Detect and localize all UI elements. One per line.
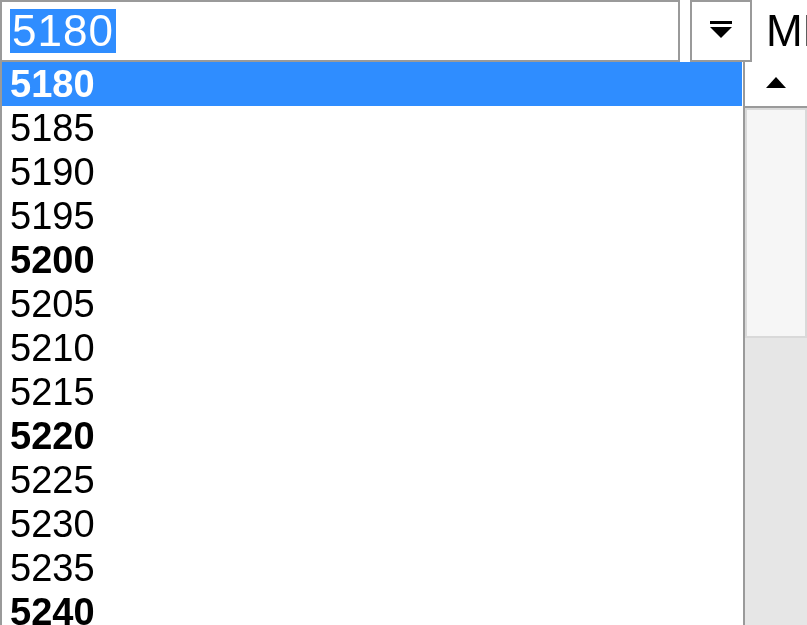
vertical-scrollbar[interactable] [743, 62, 807, 625]
dropdown-icon [706, 19, 736, 43]
list-item[interactable]: 5240 [2, 590, 742, 625]
dropdown-body: 5180518551905195520052055210521552205225… [0, 62, 807, 625]
frequency-combobox-root: 5180 MH 51805185519051955200520552105215… [0, 0, 807, 625]
chevron-up-icon [763, 74, 789, 94]
list-item[interactable]: 5185 [2, 106, 742, 150]
gap [680, 0, 690, 62]
frequency-input-value: 5180 [10, 9, 116, 53]
list-item[interactable]: 5190 [2, 150, 742, 194]
combobox-top-row: 5180 MH [0, 0, 807, 62]
unit-label: MH [752, 0, 807, 62]
list-item[interactable]: 5180 [2, 62, 742, 106]
frequency-input[interactable]: 5180 [0, 0, 680, 62]
svg-marker-1 [710, 27, 732, 38]
frequency-listbox[interactable]: 5180518551905195520052055210521552205225… [0, 62, 742, 625]
svg-rect-0 [710, 21, 732, 24]
scrollbar-track[interactable] [745, 108, 807, 625]
scroll-up-button[interactable] [745, 62, 807, 108]
list-item[interactable]: 5235 [2, 546, 742, 590]
list-item[interactable]: 5220 [2, 414, 742, 458]
scrollbar-thumb[interactable] [745, 108, 807, 338]
list-item[interactable]: 5195 [2, 194, 742, 238]
list-item[interactable]: 5210 [2, 326, 742, 370]
list-item[interactable]: 5225 [2, 458, 742, 502]
svg-marker-2 [766, 77, 786, 88]
list-item[interactable]: 5215 [2, 370, 742, 414]
dropdown-button[interactable] [690, 0, 752, 62]
list-item[interactable]: 5230 [2, 502, 742, 546]
list-item[interactable]: 5200 [2, 238, 742, 282]
list-item[interactable]: 5205 [2, 282, 742, 326]
